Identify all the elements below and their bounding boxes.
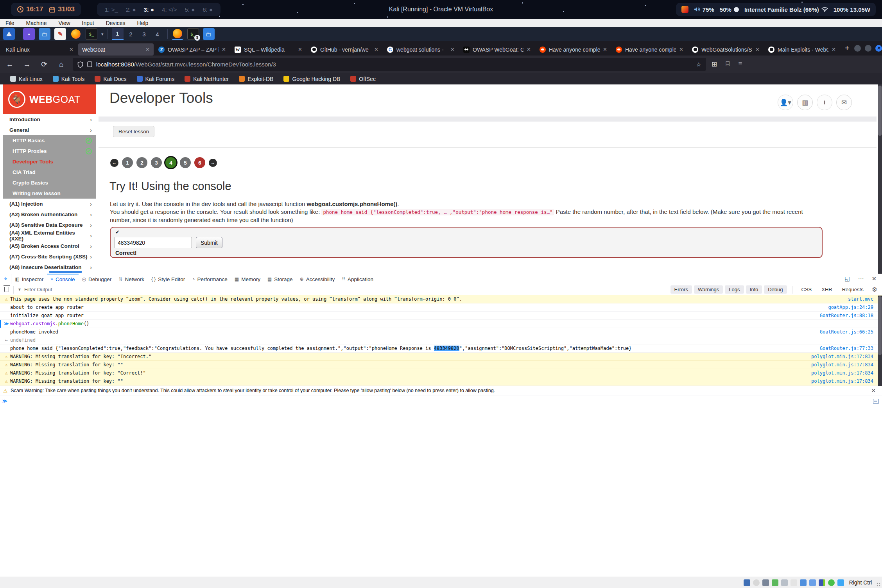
menu-devices[interactable]: Devices: [106, 20, 125, 26]
filter-info[interactable]: Info: [746, 285, 762, 294]
audio-icon[interactable]: [762, 579, 769, 586]
menu-file[interactable]: File: [5, 20, 14, 26]
sidebar-hscrollbar-thumb[interactable]: [49, 271, 82, 273]
bookmark-item[interactable]: Kali Forums: [137, 76, 175, 82]
source-link[interactable]: polyglot.min.js:17:834: [811, 378, 879, 384]
sidebar-item[interactable]: (A5) Broken Access Control›: [3, 241, 96, 251]
sidebar-item[interactable]: HTTP Proxies✔: [3, 146, 96, 156]
sidebar-item[interactable]: (A2) Broken Authentication›: [3, 209, 96, 220]
sidebar-item[interactable]: Introduction›: [3, 114, 96, 125]
tab-close-icon[interactable]: ✕: [222, 47, 226, 52]
host-tray[interactable]: 75% 50% Internet Familie Bolz (66%) 100%…: [676, 3, 876, 16]
workspace-item[interactable]: 1: >_: [105, 6, 118, 13]
firefox-launcher-icon[interactable]: [70, 28, 82, 40]
terminal-launcher-icon[interactable]: $_: [86, 28, 97, 40]
tab-close-icon[interactable]: ✕: [374, 47, 378, 52]
usb-icon[interactable]: [781, 579, 788, 586]
browser-tab[interactable]: WebGoatSolutions/S✕: [688, 43, 764, 56]
tab-memory[interactable]: ▦Memory: [231, 274, 264, 284]
forward-icon[interactable]: →: [21, 60, 33, 69]
browser-tab[interactable]: WebGoat✕: [78, 43, 154, 56]
bookmark-item[interactable]: OffSec: [350, 76, 376, 82]
console-scrollbar[interactable]: [878, 296, 882, 386]
tab-console[interactable]: »Console: [47, 274, 78, 284]
home-icon[interactable]: ⌂: [56, 60, 67, 69]
bookmark-star-icon[interactable]: ☆: [696, 61, 701, 68]
browser-tab[interactable]: Main Exploits · WebG✕: [764, 43, 840, 56]
tab-close-icon[interactable]: ✕: [69, 47, 74, 52]
chevron-down-icon[interactable]: ▾: [101, 32, 104, 37]
reset-lesson-button[interactable]: Reset lesson: [113, 126, 154, 137]
menu-help[interactable]: Help: [137, 20, 149, 26]
sidebar-item[interactable]: (A7) Cross-Site Scripting (XSS)›: [3, 251, 96, 262]
prev-page-button[interactable]: ←: [110, 159, 118, 167]
browser-tab[interactable]: Kali Linux✕: [2, 43, 77, 56]
windows-icon[interactable]: [809, 579, 816, 586]
source-link[interactable]: start.mvc: [848, 296, 879, 302]
app-launcher-icon[interactable]: ▪: [23, 28, 35, 40]
taskbar-workspace-1[interactable]: 1: [112, 28, 124, 40]
tab-close-icon[interactable]: ✕: [527, 47, 531, 52]
tab-close-icon[interactable]: ✕: [679, 47, 683, 52]
resize-grip[interactable]: [876, 582, 881, 587]
source-link[interactable]: GoatRouter.js:77:33: [820, 346, 879, 351]
browser-tab[interactable]: GitHub - vernjan/we✕: [307, 43, 382, 56]
browser-tab[interactable]: Have anyone comple✕: [536, 43, 611, 56]
optical-drive-icon[interactable]: [753, 579, 760, 586]
report-card-button[interactable]: ▥: [797, 95, 813, 110]
devtools-options-icon[interactable]: ⋯: [858, 275, 864, 282]
tab-close-icon[interactable]: ✕: [832, 47, 836, 52]
source-link[interactable]: GoatRouter.js:88:18: [820, 313, 879, 318]
user-menu-button[interactable]: 👤▾: [778, 95, 793, 110]
webgoat-logo[interactable]: 🐐 WEBGOAT: [3, 84, 96, 114]
sidebar-item[interactable]: General›: [3, 125, 96, 135]
workspace-item[interactable]: 4: </>: [162, 6, 177, 13]
submit-button[interactable]: Submit: [196, 237, 222, 248]
page-button-4[interactable]: 4: [165, 157, 176, 168]
workspace-item[interactable]: 3: ●: [144, 6, 154, 13]
extensions-icon[interactable]: ⊞: [712, 60, 717, 68]
file-manager-icon[interactable]: 🗀: [39, 28, 50, 40]
tab-performance[interactable]: ◔Performance: [188, 274, 231, 284]
bookmark-item[interactable]: Kali Docs: [95, 76, 126, 82]
url-bar[interactable]: localhost:8080/WebGoat/start.mvc#lesson/…: [73, 58, 706, 71]
network-icon[interactable]: [772, 579, 778, 586]
console-scrollbar-thumb[interactable]: [878, 296, 882, 355]
menu-icon[interactable]: ≡: [738, 60, 742, 68]
filter-xhr[interactable]: XHR: [817, 285, 836, 294]
page-button-5[interactable]: 5: [180, 157, 191, 168]
filter-debug[interactable]: Debug: [764, 285, 787, 294]
sidebar-item[interactable]: CIA Triad: [3, 167, 96, 177]
filter-output-input[interactable]: Filter Output: [24, 287, 52, 292]
tab-inspector[interactable]: ◧Inspector: [11, 274, 47, 284]
page-scrollbar-thumb[interactable]: [878, 86, 882, 136]
tab-close-icon[interactable]: ✕: [755, 47, 760, 52]
filter-warnings[interactable]: Warnings: [694, 285, 723, 294]
reload-icon[interactable]: ⟳: [38, 60, 50, 69]
page-info-icon[interactable]: [87, 61, 92, 67]
terminal-window-icon[interactable]: $_3: [187, 28, 199, 40]
tab-storage[interactable]: ▤Storage: [264, 274, 296, 284]
bookmark-item[interactable]: Exploit-DB: [239, 76, 273, 82]
page-button-1[interactable]: 1: [122, 157, 133, 168]
sidebar-item[interactable]: Crypto Basics: [3, 177, 96, 188]
library-icon[interactable]: ⌸: [726, 60, 730, 68]
shield-icon[interactable]: [77, 61, 83, 68]
tab-close-icon[interactable]: ✕: [603, 47, 607, 52]
tab-style-editor[interactable]: { }Style Editor: [148, 274, 188, 284]
keyboard-capture-icon[interactable]: [837, 579, 844, 586]
filter-logs[interactable]: Logs: [725, 285, 744, 294]
page-button-2[interactable]: 2: [136, 157, 147, 168]
workspace-item[interactable]: 6: ●: [203, 6, 213, 13]
browser-tab[interactable]: OWASP WebGoat: G✕: [459, 43, 535, 56]
files-window-icon[interactable]: 🗀: [203, 28, 215, 40]
features-icon[interactable]: [819, 579, 825, 586]
filter-requests[interactable]: Requests: [838, 285, 868, 294]
sidebar-item[interactable]: Writing new lesson: [3, 188, 96, 199]
responsive-mode-icon[interactable]: ◱: [844, 275, 850, 282]
new-tab-button[interactable]: +: [840, 44, 854, 53]
source-link[interactable]: polyglot.min.js:17:834: [811, 354, 879, 359]
hdd-icon[interactable]: [744, 579, 750, 586]
sidebar-item[interactable]: (A3) Sensitive Data Exposure›: [3, 220, 96, 230]
page-button-6[interactable]: 6: [194, 157, 205, 168]
